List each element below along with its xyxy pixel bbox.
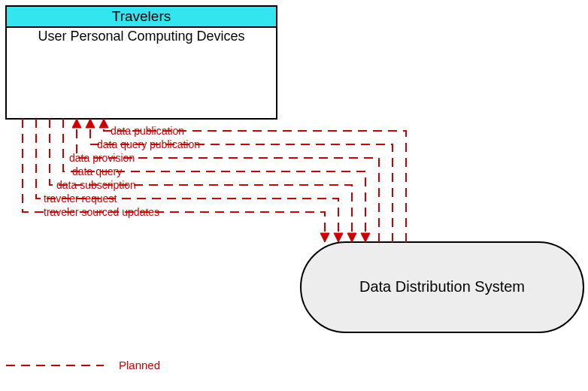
flow-label: data query — [72, 165, 122, 177]
arrowhead-icon — [361, 233, 370, 242]
node-travelers: Travelers User Personal Computing Device… — [6, 6, 277, 119]
flow-label: traveler sourced updates — [44, 206, 159, 218]
arrowhead-icon — [334, 233, 343, 242]
flow-label: traveler request — [44, 192, 117, 205]
arrowhead-icon — [320, 233, 329, 242]
flow-label: data publication — [111, 125, 184, 137]
travelers-subtitle: User Personal Computing Devices — [38, 29, 244, 44]
legend-planned-label: Planned — [119, 359, 160, 371]
architecture-diagram: Travelers User Personal Computing Device… — [0, 0, 588, 391]
dds-title: Data Distribution System — [359, 278, 525, 295]
flow-label: data query publication — [97, 138, 200, 150]
flow-data-publication — [104, 119, 406, 242]
arrowhead-icon — [86, 119, 95, 128]
flow-label: data provision — [69, 152, 135, 164]
arrowhead-icon — [347, 233, 356, 242]
flow-label: data subscription — [56, 179, 136, 191]
node-dds: Data Distribution System — [301, 242, 583, 332]
legend: Planned — [6, 359, 160, 371]
arrowhead-icon — [99, 119, 108, 128]
travelers-title: Travelers — [112, 8, 171, 24]
arrowhead-icon — [72, 119, 81, 128]
